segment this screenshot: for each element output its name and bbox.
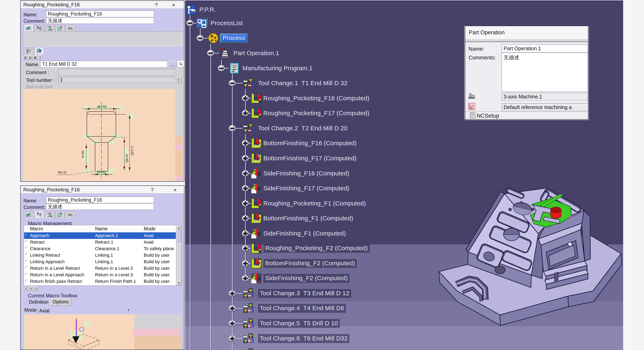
tree-node-label[interactable]: Manufacturing Program.1 [242,65,312,72]
tree-expander-expand[interactable] [242,230,249,236]
opside-icon[interactable] [251,183,262,194]
opside-icon[interactable] [251,228,262,239]
tab-speeds-tab-icon[interactable] [45,25,54,31]
tab-macro-tab-icon[interactable] [24,211,34,218]
tree-node-label[interactable]: SideFinishing_F2 (Computed) [263,274,350,283]
macro-table-scrollbar[interactable]: ▲ ▼ [176,225,181,286]
tree-node-label[interactable]: Tool Change.5 T5 Drill D 10 [258,319,340,328]
tab-nc-tab-icon[interactable] [66,25,75,31]
tree-node-label[interactable]: Tool Change.6 T6 End Mill D32 [258,334,350,343]
operation-dialog-bottom[interactable]: Roughing_Pocketing_F16 ? × Name: Roughin… [20,185,184,350]
tool-browse-button[interactable]: ... [168,61,177,67]
tree-expander-collapse[interactable] [207,50,214,56]
tree-expander-collapse[interactable] [229,80,236,86]
tab-definition[interactable]: Definition [27,299,50,306]
tree-node-label[interactable]: BottomFinishing_F16 (Computed) [263,140,356,147]
tree-expander-expand[interactable] [229,290,236,297]
machine-field[interactable]: 3-axis Machine.1 [502,93,588,100]
part-operation-dialog[interactable]: Part Operation Name: Part Operation.1 Co… [465,26,588,120]
tab-feeds-tab-icon[interactable] [34,210,44,218]
macro-row-return-finish-pass-retract[interactable]: ↗Return finish pass RetractReturn Finish… [24,278,176,285]
column-header-macro[interactable]: Macro [30,226,43,232]
tab-strategy-tab-icon[interactable] [55,211,65,218]
close-button[interactable]: × [170,2,177,8]
macro-row-return-in-a-level-retract[interactable]: ↗Return in a Level RetractReturn in a Le… [24,265,176,272]
help-button[interactable]: ? [153,2,160,8]
column-header-mode[interactable]: Mode [144,226,156,232]
macro-table[interactable]: Macro Name Mode ↗ApproachApproach.1Axial… [24,225,182,286]
tree-expander-collapse[interactable] [197,35,204,41]
axis-system-icon[interactable] [468,103,475,110]
macro-row-clearance[interactable]: ↗ClearanceClearance.1To safety plane [24,245,176,252]
tab-feeds-tab-icon[interactable] [34,25,44,31]
export-tool-button[interactable]: ↥ [38,55,42,60]
tree-node-label[interactable]: Process [220,34,248,43]
dialog-title-bar[interactable]: Roughing_Pocketing_F16 [21,1,184,8]
tree-node-label[interactable]: Roughing_Pocketing_F2 (Computed) [263,244,370,253]
toolchange-icon[interactable] [243,123,254,134]
toolchange-icon[interactable] [243,288,254,299]
tree-expander-collapse[interactable] [218,65,225,71]
tool-number-input[interactable]: 1 [58,77,175,83]
help-button[interactable]: ? [149,187,156,193]
tree-expander-collapse[interactable] [229,125,236,131]
opbottom-icon[interactable] [251,258,262,269]
ncsetup-icon[interactable] [470,112,476,118]
opside-icon[interactable] [251,168,262,179]
name-input[interactable]: Roughing_Pocketing_F16 [46,197,154,203]
comments-input[interactable]: 无描述 [502,53,588,91]
tree-node-label[interactable]: Roughing_Pocketing_F16 (Computed) [263,95,370,102]
mode-dropdown-arrow[interactable]: ▼ [127,308,130,312]
add-macro-button[interactable]: ↺ [24,286,28,291]
name-input[interactable]: Part Operation.1 [502,44,588,52]
toolchange-icon[interactable] [243,303,254,314]
tree-node-label[interactable]: SideFinishing_F16 (Computed) [263,170,350,177]
oprough-icon[interactable] [251,198,262,209]
oprough-icon[interactable] [251,243,262,254]
tool-name-input[interactable]: T1 End Mill D 32 [40,61,167,67]
scroll-up-button[interactable]: ▲ [176,225,181,230]
toolchange-icon[interactable] [243,348,254,350]
tree-expander-expand[interactable] [242,155,249,161]
edit-tool-button[interactable]: ▥ [28,55,32,60]
tree-node-label[interactable]: SideFinishing_F1 (Computed) [263,230,346,237]
tree-node-label[interactable]: ProcessList [210,20,243,26]
toolchange-icon[interactable] [243,318,254,329]
mode-value[interactable]: Axial [39,308,50,314]
tree-node-label[interactable]: Tool Change.2 T2 End Mill D 20 [258,125,348,132]
tool-number-spin-up[interactable]: ▲ [176,77,182,80]
opbottom-icon[interactable] [251,138,262,149]
tab-macro-tab-icon[interactable] [24,24,34,31]
opside-icon[interactable] [251,273,262,284]
tree-expander-expand[interactable] [242,215,249,221]
lookup-tool-button[interactable]: ▦ [33,55,38,60]
tree-node-label[interactable]: SideFinishing_F17 (Computed) [263,185,350,192]
tree-expander-expand[interactable] [242,170,249,176]
tree-node-label[interactable]: Tool Change.1 T1 End Mill D 32 [258,80,348,87]
toolchange-icon[interactable] [243,333,254,344]
comment-input[interactable]: 无描述 [46,203,154,210]
column-header-name[interactable]: Name [95,226,108,232]
tree-node-label[interactable]: Tool Change.3 T3 End Mill D 12 [258,289,351,298]
tab-nc-tab-icon[interactable] [66,211,75,218]
close-button[interactable]: × [172,187,178,193]
oprough-icon[interactable] [251,108,262,119]
comment-input[interactable]: 无描述 [46,17,154,24]
tree-expander-expand[interactable] [229,320,236,327]
tree-node-label[interactable]: Roughing_Pocketing_F17 (Computed) [263,110,370,117]
copy-macro-button[interactable]: ⇲ [28,286,33,291]
tool-number-spin-down[interactable]: ▼ [176,80,182,83]
opbottom-icon[interactable] [251,213,262,224]
tree-expander-collapse[interactable] [186,20,194,26]
toolchange-icon[interactable] [243,78,254,89]
macro-row-linking-retract[interactable]: ↗Linking RetractLinking.1Build by user [24,252,176,259]
tree-node-label[interactable]: BottomFinishing_F2 (Computed) [263,259,357,268]
process-icon[interactable] [208,33,219,44]
tree-node-label[interactable]: P.P.R. [199,6,216,13]
ppr-icon[interactable] [186,4,196,15]
tab-speeds-tab-icon[interactable] [45,211,54,218]
tree-expander-expand[interactable] [242,260,249,266]
tab-mill-tool-tab-icon[interactable] [34,47,44,54]
macro-row-retract[interactable]: ↗RetractRetract.1Axial [24,239,176,245]
dialog-title-bar[interactable]: Roughing_Pocketing_F16 [21,186,184,193]
